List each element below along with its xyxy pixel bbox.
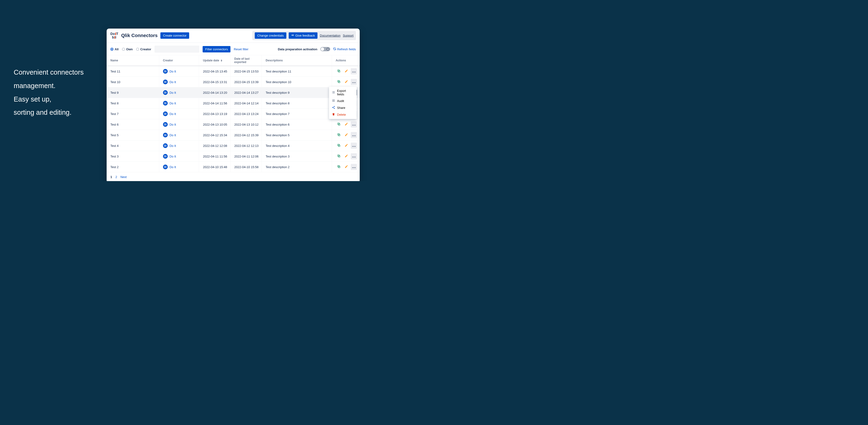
- reset-filter-link[interactable]: Reset filter: [234, 48, 248, 51]
- copy-button[interactable]: [336, 153, 342, 159]
- cell-export-date: 2022-04-12 15:39: [230, 130, 262, 140]
- edit-button[interactable]: [343, 132, 349, 138]
- cell-update-date: 2022-04-13 10:05: [199, 119, 230, 130]
- more-actions-button[interactable]: [351, 153, 357, 159]
- more-actions-button[interactable]: [351, 132, 357, 138]
- cell-description: Test description 6: [262, 119, 332, 130]
- creator-link[interactable]: Do It: [169, 123, 176, 126]
- cell-export-date: 2022-04-13 13:24: [230, 109, 262, 119]
- more-actions-button[interactable]: [351, 143, 357, 149]
- column-creator[interactable]: Creator: [159, 55, 199, 66]
- cell-name: Test 10: [106, 77, 159, 87]
- creator-link[interactable]: Do It: [169, 165, 176, 169]
- dropdown-share[interactable]: Share: [329, 104, 356, 111]
- radio-own[interactable]: Own: [122, 48, 133, 51]
- dots-icon: [352, 80, 356, 84]
- edit-button[interactable]: [343, 79, 349, 85]
- cell-update-date: 2022-04-13 13:19: [199, 109, 230, 119]
- cell-creator: DIDo It: [159, 77, 199, 87]
- cell-name: Test 11: [106, 66, 159, 77]
- creator-link[interactable]: Do It: [169, 80, 176, 84]
- dropdown-delete[interactable]: Delete: [329, 111, 356, 118]
- column-last-exported[interactable]: Date of last exported: [230, 55, 262, 66]
- cell-name: Test 7: [106, 109, 159, 119]
- filter-connectors-button[interactable]: Filter connectors: [203, 46, 230, 52]
- svg-point-27: [352, 125, 353, 125]
- data-prep-toggle[interactable]: ✕: [320, 47, 330, 51]
- radio-creator[interactable]: Creator: [136, 48, 151, 51]
- copy-icon: [337, 154, 341, 159]
- pencil-icon: [345, 122, 348, 126]
- creator-link[interactable]: Do It: [169, 91, 176, 94]
- page-next[interactable]: Next: [120, 175, 127, 179]
- dots-icon: [352, 144, 356, 148]
- edit-button[interactable]: [343, 143, 349, 149]
- creator-link[interactable]: Do It: [169, 69, 176, 73]
- dropdown-export-fields[interactable]: Export fields: [329, 88, 356, 97]
- avatar: DI: [163, 133, 168, 137]
- more-actions-button[interactable]: [351, 121, 357, 128]
- cell-actions: [332, 151, 360, 162]
- creator-link[interactable]: Do It: [169, 134, 176, 137]
- cell-description: Test description 11: [262, 66, 332, 77]
- svg-rect-58: [332, 101, 335, 102]
- copy-button[interactable]: [336, 143, 342, 149]
- copy-button[interactable]: [336, 68, 342, 74]
- search-input[interactable]: [154, 46, 199, 53]
- table-row: Test 4DIDo It2022-04-12 12:082022-04-12 …: [106, 140, 360, 151]
- column-descriptions[interactable]: Descriptions: [262, 55, 332, 66]
- header: DoT bI Qlik Connectors Create connector …: [106, 29, 360, 43]
- cell-update-date: 2022-04-15 13:31: [199, 77, 230, 87]
- cell-creator: DIDo It: [159, 119, 199, 130]
- sort-icon: [221, 59, 222, 62]
- cell-name: Test 4: [106, 140, 159, 151]
- cell-export-date: 2022-04-14 12:14: [230, 98, 262, 109]
- more-actions-button[interactable]: [351, 164, 357, 170]
- table-row: Test 7DIDo It2022-04-13 13:192022-04-13 …: [106, 109, 360, 119]
- support-link[interactable]: Support: [343, 34, 353, 37]
- creator-link[interactable]: Do It: [169, 154, 176, 158]
- copy-icon: [337, 165, 341, 169]
- edit-button[interactable]: [343, 153, 349, 159]
- cell-actions: [332, 130, 360, 140]
- edit-button[interactable]: [343, 68, 349, 74]
- creator-link[interactable]: Do It: [169, 144, 176, 148]
- pencil-icon: [345, 80, 348, 84]
- logo: DoT bI: [111, 32, 118, 39]
- svg-point-38: [353, 146, 354, 147]
- edit-button[interactable]: [343, 121, 349, 128]
- svg-point-4: [355, 72, 355, 72]
- copy-icon: [337, 144, 341, 148]
- svg-point-33: [353, 135, 354, 136]
- give-feedback-button[interactable]: Give feedback: [289, 32, 317, 39]
- edit-button[interactable]: [343, 164, 349, 170]
- cell-actions: [332, 77, 360, 87]
- copy-icon: [337, 133, 341, 137]
- megaphone-icon: [291, 34, 294, 37]
- cell-description: Test description 9: [262, 87, 332, 98]
- header-actions: Change credentials Give feedback Documen…: [252, 31, 356, 40]
- creator-link[interactable]: Do It: [169, 112, 176, 116]
- refresh-fields-link[interactable]: Refresh fields: [333, 47, 356, 51]
- copy-button[interactable]: [336, 164, 342, 170]
- page-1[interactable]: 1: [111, 175, 112, 179]
- cell-update-date: 2022-04-14 13:20: [199, 87, 230, 98]
- creator-link[interactable]: Do It: [169, 102, 176, 105]
- create-connector-button[interactable]: Create connector: [160, 32, 189, 39]
- cell-actions: [332, 66, 360, 77]
- dropdown-audit[interactable]: Audit: [329, 97, 356, 104]
- svg-point-9: [355, 82, 355, 83]
- copy-button[interactable]: [336, 121, 342, 128]
- change-credentials-button[interactable]: Change credentials: [255, 32, 286, 39]
- more-actions-button[interactable]: [351, 79, 357, 85]
- page-2[interactable]: 2: [115, 175, 117, 179]
- more-actions-button[interactable]: [351, 68, 357, 74]
- copy-button[interactable]: [336, 132, 342, 138]
- column-update-date[interactable]: Update date: [199, 55, 230, 66]
- svg-point-44: [355, 157, 355, 157]
- copy-button[interactable]: [336, 79, 342, 85]
- radio-all[interactable]: All: [111, 48, 119, 51]
- documentation-link[interactable]: Documentation: [320, 34, 340, 37]
- column-name[interactable]: Name: [106, 55, 159, 66]
- avatar: DI: [163, 165, 168, 169]
